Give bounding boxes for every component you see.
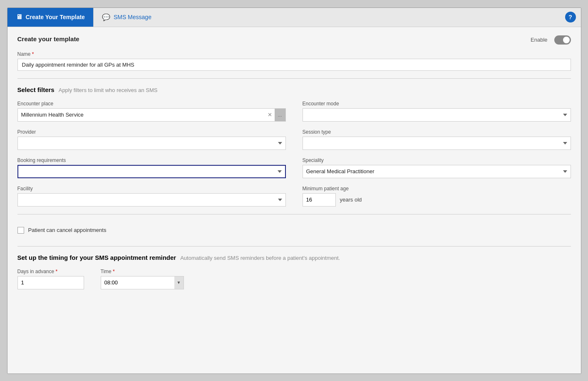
days-advance-group: Days in advance *: [17, 269, 84, 289]
encounter-place-group: Encounter place ✕ …: [17, 101, 286, 122]
cancel-row: Patient can cancel appointments: [17, 222, 571, 239]
session-type-label: Session type: [303, 129, 571, 135]
cancel-checkbox-label: Patient can cancel appointments: [28, 227, 107, 233]
min-age-input[interactable]: [303, 193, 336, 207]
tab-sms-message[interactable]: 💬 SMS Message: [93, 8, 160, 27]
divider-1: [17, 78, 571, 79]
facility-select[interactable]: [17, 193, 286, 207]
filters-title: Select filters: [17, 86, 55, 93]
days-required-star: *: [54, 269, 57, 274]
encounter-mode-label: Encounter mode: [303, 101, 571, 107]
form-section-title: Create your template: [17, 35, 79, 42]
enable-label: Enable: [531, 37, 547, 43]
timing-title: Set up the timing for your SMS appointme…: [17, 254, 176, 261]
help-button[interactable]: ?: [565, 12, 576, 22]
sms-icon: 💬: [102, 13, 110, 21]
provider-label: Provider: [17, 129, 286, 135]
encounter-place-clear-button[interactable]: ✕: [265, 112, 275, 118]
booking-requirements-group: Booking requirements: [17, 157, 286, 178]
filters-header: Select filters Apply filters to limit wh…: [17, 86, 571, 93]
session-type-select[interactable]: [303, 137, 571, 150]
booking-requirements-select[interactable]: [17, 165, 286, 178]
time-dropdown-button[interactable]: ▼: [174, 276, 184, 289]
encounter-place-input-row: ✕ …: [17, 108, 286, 122]
booking-requirements-label: Booking requirements: [17, 157, 286, 163]
session-type-group: Session type: [303, 129, 571, 150]
name-field-group: Name *: [17, 51, 571, 71]
encounter-mode-group: Encounter mode: [303, 101, 571, 122]
template-icon: 🖥: [16, 13, 22, 21]
provider-select[interactable]: [17, 137, 286, 150]
time-group: Time * 08:00 ▼: [101, 269, 184, 289]
time-label: Time *: [101, 269, 184, 274]
header-row: Create your template Enable: [17, 35, 571, 45]
encounter-mode-select[interactable]: [303, 108, 571, 122]
tab-sms-message-label: SMS Message: [114, 14, 151, 20]
main-content: Create your template Enable Name * Selec…: [7, 27, 581, 374]
encounter-place-label: Encounter place: [17, 101, 286, 107]
facility-group: Facility: [17, 186, 286, 207]
min-age-group: Minimum patient age years old: [303, 186, 571, 207]
facility-label: Facility: [17, 186, 286, 192]
speciality-group: Speciality General Medical Practitioner: [303, 157, 571, 178]
encounter-place-browse-button[interactable]: …: [275, 109, 285, 121]
tab-create-template[interactable]: 🖥 Create Your Template: [7, 8, 93, 27]
divider-3: [17, 246, 571, 247]
timing-grid: Days in advance * Time * 08:00 ▼: [17, 269, 571, 289]
speciality-label: Speciality: [303, 157, 571, 163]
tab-create-template-label: Create Your Template: [26, 14, 85, 20]
divider-2: [17, 214, 571, 214]
name-input[interactable]: [17, 59, 571, 71]
app-window: 🖥 Create Your Template 💬 SMS Message ? C…: [7, 7, 581, 374]
min-age-label: Minimum patient age: [303, 186, 571, 192]
encounter-place-input[interactable]: [18, 112, 265, 118]
name-required-star: *: [31, 51, 34, 57]
years-old-label: years old: [340, 197, 362, 203]
filters-subtitle: Apply filters to limit who receives an S…: [59, 87, 158, 93]
days-advance-label: Days in advance *: [17, 269, 84, 274]
enable-toggle-row: Enable: [531, 35, 571, 45]
time-select-wrapper: 08:00 ▼: [101, 276, 184, 289]
speciality-select[interactable]: General Medical Practitioner: [303, 165, 571, 178]
min-age-row: years old: [303, 193, 571, 207]
time-value: 08:00: [101, 276, 174, 289]
cancel-checkbox[interactable]: [17, 227, 24, 234]
filters-grid: Encounter place ✕ … Encounter mode Provi…: [17, 101, 571, 207]
time-required-star: *: [112, 269, 115, 274]
name-label: Name *: [17, 51, 571, 57]
provider-group: Provider: [17, 129, 286, 150]
days-advance-input[interactable]: [17, 276, 84, 289]
tab-bar: 🖥 Create Your Template 💬 SMS Message ?: [7, 8, 581, 27]
enable-toggle[interactable]: [554, 35, 571, 45]
timing-subtitle: Automatically send SMS reminders before …: [180, 255, 340, 261]
timing-header: Set up the timing for your SMS appointme…: [17, 254, 571, 261]
